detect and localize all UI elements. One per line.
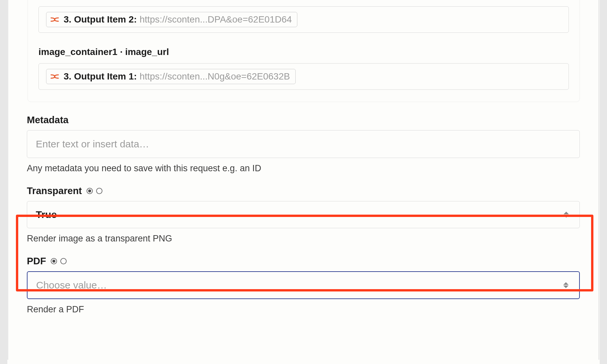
form-panel: image_container2 · image_url 3. Output I… [7,0,599,360]
pdf-helper: Render a PDF [27,304,580,315]
transparent-value: True [36,209,57,220]
pill-prefix: 3. Output Item 2: [64,14,137,25]
metadata-input[interactable]: Enter text or insert data… [27,130,580,158]
transparent-helper: Render image as a transparent PNG [27,234,580,244]
image-container2-label: image_container2 · image_url [38,0,569,0]
pdf-radio-off[interactable] [60,258,67,264]
transparent-section: Transparent True Render image as a trans… [27,185,580,244]
output-item-2-pill[interactable]: 3. Output Item 2: https://sconten...DPA&… [46,12,297,27]
pdf-radio-on[interactable] [51,258,57,264]
output-item-1-pill[interactable]: 3. Output Item 1: https://sconten...N0g&… [46,69,296,84]
pdf-section: PDF Choose value… Render a PDF [27,256,580,315]
image-container1-field: image_container1 · image_url 3. Output I… [38,47,569,90]
image-container2-field: image_container2 · image_url 3. Output I… [38,0,569,33]
pdf-placeholder: Choose value… [36,280,107,291]
image-container1-input[interactable]: 3. Output Item 1: https://sconten...N0g&… [38,63,569,90]
transparent-select[interactable]: True [27,201,580,228]
mapping-icon [50,16,59,23]
mapping-icon [50,73,59,80]
pill-prefix: 3. Output Item 1: [64,71,137,82]
image-container1-label: image_container1 · image_url [38,47,569,57]
pdf-select[interactable]: Choose value… [27,271,580,299]
metadata-title: Metadata [27,115,580,126]
chevron-updown-icon [562,209,571,221]
pill-value: https://sconten...DPA&oe=62E01D64 [140,14,292,25]
pill-value: https://sconten...N0g&oe=62E0632B [140,71,290,82]
image-containers-group: image_container2 · image_url 3. Output I… [28,0,580,102]
transparent-radio-group[interactable] [87,188,102,194]
transparent-radio-on[interactable] [87,188,93,194]
pdf-radio-group[interactable] [51,258,67,264]
image-container2-input[interactable]: 3. Output Item 2: https://sconten...DPA&… [38,6,569,33]
chevron-updown-icon [561,279,571,291]
transparent-title: Transparent [27,185,82,196]
pdf-title: PDF [27,256,46,267]
metadata-section: Metadata Enter text or insert data… Any … [27,115,580,174]
metadata-helper: Any metadata you need to save with this … [27,163,580,174]
transparent-radio-off[interactable] [96,188,102,194]
